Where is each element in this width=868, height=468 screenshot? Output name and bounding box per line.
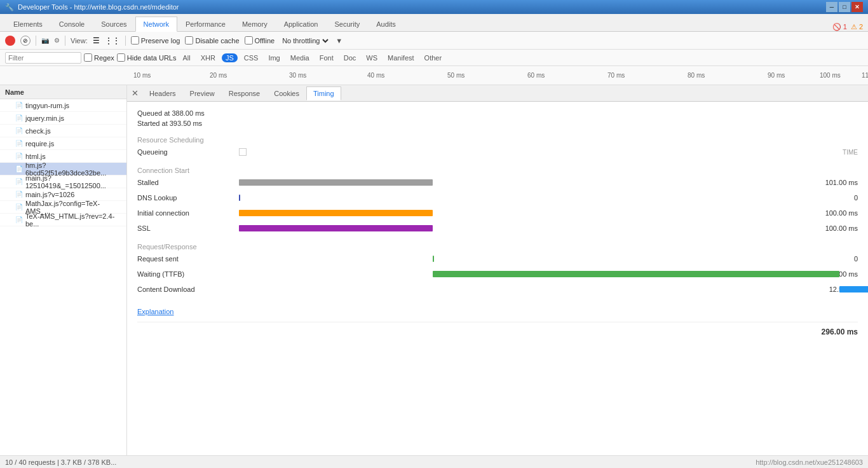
filter-other-button[interactable]: Other (421, 53, 446, 62)
detail-panel: ✕ Headers Preview Response Cookies Timin… (127, 85, 868, 455)
tab-network[interactable]: Network (135, 17, 177, 32)
tab-console[interactable]: Console (51, 16, 93, 31)
offline-checkbox[interactable] (245, 36, 253, 45)
file-icon: 📄 (15, 216, 23, 223)
file-icon: 📄 (15, 153, 23, 160)
disable-cache-group: Disable cache (185, 36, 239, 45)
tab-sources[interactable]: Sources (93, 16, 135, 31)
waiting-bar (433, 271, 839, 277)
separator-2 (65, 36, 65, 46)
explanation-link[interactable]: Explanation (137, 308, 174, 315)
list-item[interactable]: 📄 require.js (0, 137, 126, 150)
filter-js-button[interactable]: JS (222, 53, 238, 62)
initial-label: Initial connection (137, 209, 239, 217)
title-bar-text: Developer Tools - http://write.blog.csdn… (18, 3, 179, 11)
tick-8: 90 ms (768, 72, 785, 79)
file-icon: 📄 (15, 140, 23, 147)
timing-total: 296.00 ms (137, 322, 858, 336)
filter-img-button[interactable]: Img (264, 53, 283, 62)
view-label: View: (71, 37, 88, 45)
hide-data-checkbox[interactable] (117, 53, 125, 62)
tab-cookies[interactable]: Cookies (267, 86, 306, 100)
ssl-bar-container (239, 224, 807, 232)
tab-application[interactable]: Application (276, 16, 327, 31)
queued-at: Queued at 388.00 ms (137, 109, 858, 117)
filter-icon: ⚙ (54, 37, 60, 44)
toolbar: ⊘ 📷 ⚙ View: ☰ ⋮⋮ Preserve log Disable ca… (0, 32, 868, 50)
list-item[interactable]: 📄 main.js?12510419&_=15012500... (0, 176, 126, 188)
tick-4: 50 ms (447, 72, 465, 79)
dns-label: DNS Lookup (137, 194, 239, 202)
dns-bar-container (239, 194, 807, 202)
time-column-header: TIME (807, 149, 858, 156)
preserve-log-group: Preserve log (131, 36, 180, 45)
timing-content: Queued at 388.00 ms Started at 393.50 ms… (127, 102, 868, 455)
throttle-dropdown-icon[interactable]: ▼ (336, 37, 342, 45)
request-sent-bar (433, 256, 434, 262)
file-icon: 📄 (15, 127, 23, 134)
title-bar: 🔧 Developer Tools - http://write.blog.cs… (0, 0, 868, 14)
list-item[interactable]: 📄 jquery.min.js (0, 112, 126, 125)
title-bar-controls[interactable]: ─ □ ✕ (826, 2, 863, 12)
close-button[interactable]: ✕ (851, 2, 863, 12)
filter-all-button[interactable]: All (179, 53, 194, 62)
file-list-header: Name (0, 85, 126, 99)
initial-value: 100.00 ms (807, 209, 858, 217)
tick-9: 100 ms (820, 72, 841, 79)
tab-security[interactable]: Security (326, 16, 368, 31)
filter-input[interactable] (5, 52, 81, 64)
view-list-button[interactable]: ☰ (93, 36, 100, 45)
filter-manifest-button[interactable]: Manifest (384, 53, 418, 62)
close-panel-button[interactable]: ✕ (130, 88, 140, 99)
detail-tabs: ✕ Headers Preview Response Cookies Timin… (127, 85, 868, 102)
filter-css-button[interactable]: CSS (240, 53, 262, 62)
tick-3: 40 ms (367, 72, 384, 79)
record-button[interactable] (5, 36, 15, 46)
tab-performance[interactable]: Performance (177, 16, 234, 31)
view-grid-button[interactable]: ⋮⋮ (105, 36, 120, 45)
list-item[interactable]: 📄 TeX-AMS_HTML.js?rev=2.4-be... (0, 214, 126, 226)
timing-row-dns: DNS Lookup 0 (137, 192, 858, 203)
stalled-bar (239, 179, 433, 186)
status-bar: 10 / 40 requests | 3.7 KB / 378 KB... ht… (0, 455, 868, 468)
tab-elements[interactable]: Elements (5, 16, 51, 31)
filter-media-button[interactable]: Media (287, 53, 313, 62)
minimize-button[interactable]: ─ (826, 2, 837, 12)
list-item[interactable]: 📄 check.js (0, 125, 126, 137)
timing-row-queueing: Queueing TIME (137, 146, 858, 158)
section-resource-scheduling: Resource Scheduling (137, 136, 858, 144)
regex-checkbox[interactable] (84, 53, 92, 62)
throttle-select[interactable]: No throttling (280, 36, 330, 45)
file-list: Name 📄 tingyun-rum.js 📄 jquery.min.js 📄 … (0, 85, 127, 455)
maximize-button[interactable]: □ (839, 2, 850, 12)
file-icon: 📄 (15, 178, 23, 185)
request-sent-bar-container (239, 255, 807, 263)
offline-group: Offline (245, 36, 275, 45)
download-bar (839, 286, 868, 292)
filter-doc-button[interactable]: Doc (340, 53, 360, 62)
tick-1: 20 ms (210, 72, 227, 79)
tab-audits[interactable]: Audits (368, 16, 404, 31)
disable-cache-checkbox[interactable] (185, 36, 193, 45)
separator-1 (36, 36, 36, 46)
regex-label: Regex (94, 54, 114, 62)
tab-timing[interactable]: Timing (306, 86, 341, 100)
timing-row-download: Content Download 12.50 ms (137, 284, 858, 295)
filter-font-button[interactable]: Font (316, 53, 337, 62)
tab-memory[interactable]: Memory (234, 16, 276, 31)
queueing-bar-container (239, 148, 807, 156)
clear-button[interactable]: ⊘ (20, 36, 31, 46)
stalled-bar-container (239, 179, 807, 186)
list-item[interactable]: 📄 tingyun-rum.js (0, 99, 126, 112)
tab-headers[interactable]: Headers (142, 86, 183, 100)
tab-preview[interactable]: Preview (183, 86, 222, 100)
tick-2: 30 ms (289, 72, 306, 79)
filter-ws-button[interactable]: WS (362, 53, 381, 62)
section-request-response: Request/Response (137, 243, 858, 251)
timing-row-stalled: Stalled 101.00 ms (137, 177, 858, 188)
tab-response[interactable]: Response (222, 86, 268, 100)
filter-xhr-button[interactable]: XHR (197, 53, 219, 62)
ssl-value: 100.00 ms (807, 224, 858, 232)
hide-data-group: Hide data URLs (117, 53, 177, 62)
preserve-log-checkbox[interactable] (131, 36, 139, 45)
